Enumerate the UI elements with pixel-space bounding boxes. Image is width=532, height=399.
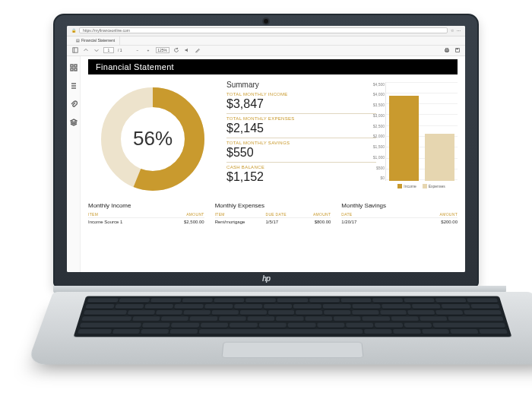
draw-icon[interactable] bbox=[195, 47, 201, 54]
bar-income bbox=[389, 96, 419, 180]
document-title: Financial Statement bbox=[88, 59, 458, 74]
sidebar-toggle-icon[interactable] bbox=[71, 47, 78, 54]
page-number-input[interactable]: 1 bbox=[103, 47, 114, 53]
svg-rect-6 bbox=[456, 49, 458, 50]
bar-chart: $4,500$4,000$3,500$3,000$2,500$2,000$1,5… bbox=[385, 79, 458, 196]
savings-value: $550 bbox=[226, 146, 376, 160]
tab-title: Financial Statement bbox=[81, 38, 115, 43]
layers-icon[interactable] bbox=[70, 116, 78, 129]
laptop-deck bbox=[27, 292, 532, 365]
table-savings-title: Monthly Savings bbox=[341, 202, 458, 209]
screen: 🔒 https://myfinanceonline.com ☆ ⋯ ▤ Fina… bbox=[67, 26, 465, 272]
pdf-sidebar-rail bbox=[67, 56, 81, 272]
table-row: Rent/mortgage1/5/17$800.00 bbox=[215, 217, 331, 224]
table-income-title: Monthly Income bbox=[88, 202, 204, 209]
keyboard bbox=[74, 296, 512, 337]
star-icon[interactable]: ☆ bbox=[451, 28, 454, 33]
thumbnails-icon[interactable] bbox=[70, 61, 78, 74]
zoom-out-icon[interactable]: − bbox=[135, 47, 141, 54]
print-icon[interactable] bbox=[443, 47, 450, 54]
read-aloud-icon[interactable] bbox=[184, 47, 191, 54]
hp-logo: hp bbox=[262, 274, 270, 283]
table-expenses: Monthly Expenses ITEMDUE DATEAMOUNT Rent… bbox=[215, 202, 331, 224]
savings-label: TOTAL MONTHLY SAVINGS bbox=[226, 138, 376, 145]
svg-rect-7 bbox=[71, 65, 73, 67]
legend-income: Income bbox=[397, 184, 416, 189]
trackpad bbox=[221, 341, 363, 357]
cash-label: CASH BALANCE bbox=[226, 162, 376, 169]
table-row: Income Source 1$2,500.00 bbox=[88, 217, 204, 224]
donut-percent: 56% bbox=[96, 82, 210, 196]
summary-heading: Summary bbox=[226, 81, 376, 89]
svg-rect-9 bbox=[71, 68, 73, 71]
expenses-value: $2,145 bbox=[226, 122, 376, 135]
svg-rect-8 bbox=[74, 65, 77, 67]
svg-rect-10 bbox=[74, 68, 77, 71]
svg-rect-3 bbox=[445, 49, 448, 50]
laptop-lid: 🔒 https://myfinanceonline.com ☆ ⋯ ▤ Fina… bbox=[53, 14, 479, 287]
income-value: $3,847 bbox=[226, 97, 376, 111]
legend-expenses: Expenses bbox=[423, 184, 445, 189]
page-total: / 1 bbox=[118, 48, 122, 52]
attachments-icon[interactable] bbox=[70, 97, 78, 111]
zoom-level[interactable]: 125% bbox=[156, 47, 169, 53]
cash-value: $1,152 bbox=[226, 170, 376, 184]
url-input[interactable]: https://myfinanceonline.com bbox=[79, 27, 448, 33]
browser-address-bar: 🔒 https://myfinanceonline.com ☆ ⋯ bbox=[67, 26, 465, 36]
donut-chart: 56% bbox=[96, 82, 210, 196]
lock-icon: 🔒 bbox=[71, 28, 76, 33]
save-icon[interactable] bbox=[454, 47, 461, 54]
outline-icon[interactable] bbox=[70, 79, 78, 93]
browser-tab[interactable]: ▤ Financial Statement bbox=[71, 36, 120, 45]
zoom-in-icon[interactable]: + bbox=[145, 47, 152, 54]
menu-icon[interactable]: ⋯ bbox=[457, 28, 461, 33]
browser-tab-strip: ▤ Financial Statement bbox=[67, 36, 465, 46]
table-savings: Monthly Savings DATEAMOUNT 1/20/17$200.0… bbox=[341, 202, 458, 224]
pdf-toolbar: 1 / 1 − + 125% bbox=[67, 46, 465, 56]
income-label: TOTAL MONTHLY INCOME bbox=[226, 92, 376, 97]
table-income: Monthly Income ITEMAMOUNT Income Source … bbox=[88, 202, 204, 224]
summary-panel: Summary TOTAL MONTHLY INCOME $3,847 TOTA… bbox=[226, 79, 376, 196]
rotate-icon[interactable] bbox=[173, 47, 180, 54]
laptop: 🔒 https://myfinanceonline.com ☆ ⋯ ▤ Fina… bbox=[53, 14, 479, 386]
doc-icon: ▤ bbox=[76, 38, 80, 43]
table-row: 1/20/17$200.00 bbox=[341, 217, 458, 224]
svg-rect-0 bbox=[72, 48, 77, 52]
webcam bbox=[264, 19, 268, 24]
page-down-icon[interactable] bbox=[93, 47, 100, 54]
document-page: Financial Statement 56% bbox=[81, 56, 465, 272]
table-expenses-title: Monthly Expenses bbox=[215, 202, 331, 209]
bar-expenses bbox=[425, 134, 454, 181]
expenses-label: TOTAL MONTHLY EXPENSES bbox=[226, 113, 376, 121]
page-up-icon[interactable] bbox=[82, 47, 89, 54]
